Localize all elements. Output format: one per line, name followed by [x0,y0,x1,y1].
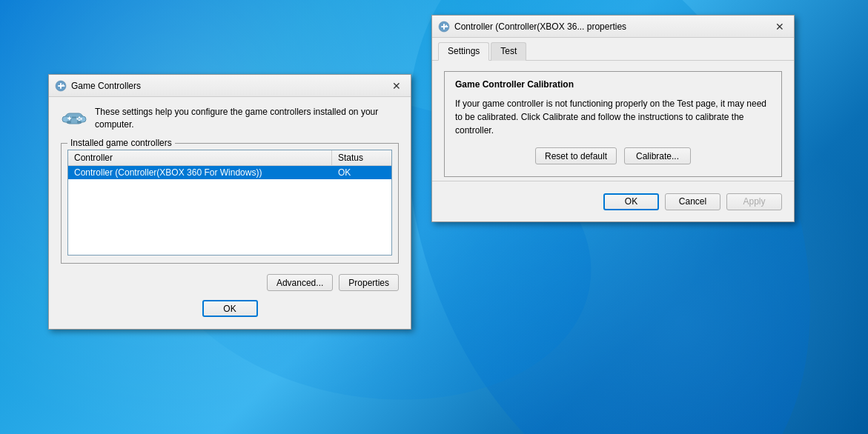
game-controllers-footer-buttons: OK [61,300,399,317]
reset-to-default-button[interactable]: Reset to default [535,147,617,164]
calibration-title: Game Controller Calibration [455,79,771,90]
settings-tab[interactable]: Settings [438,42,489,61]
svg-point-11 [80,118,82,119]
game-controllers-body: These settings help you configure the ga… [49,97,411,329]
properties-footer: OK Cancel Apply [432,181,794,221]
properties-dialog: Controller (Controller(XBOX 36... proper… [431,15,795,222]
svg-point-16 [67,121,71,124]
svg-point-22 [447,26,448,27]
properties-title-text: Controller (Controller(XBOX 36... proper… [454,21,772,32]
properties-button[interactable]: Properties [339,274,399,291]
svg-point-4 [64,85,65,87]
svg-rect-15 [74,117,76,118]
game-controllers-close-button[interactable]: ✕ [388,79,405,93]
svg-point-13 [76,118,78,119]
game-controllers-description-text: These settings help you configure the ga… [95,106,399,131]
game-controllers-title-text: Game Controllers [71,81,388,91]
controllers-list-container: Controller Status Controller (Controller… [67,150,392,256]
svg-rect-14 [72,117,74,118]
status-column-header: Status [332,150,391,165]
game-controllers-description-area: These settings help you configure the ga… [61,106,399,133]
svg-rect-2 [60,83,62,89]
list-header: Controller Status [68,150,391,166]
installed-controllers-label: Installed game controllers [67,138,175,148]
controllers-list[interactable]: Controller Status Controller (Controller… [67,150,392,256]
svg-point-17 [77,121,82,124]
properties-ok-button[interactable]: OK [603,193,659,210]
calibration-description: If your game controller is not functioni… [455,97,771,137]
properties-apply-button[interactable]: Apply [726,193,782,210]
calibrate-button[interactable]: Calibrate... [624,147,691,164]
controller-icon [61,106,87,133]
game-controllers-title-bar[interactable]: Game Controllers ✕ [49,75,411,97]
properties-close-button[interactable]: ✕ [772,19,788,34]
properties-tab-bar: Settings Test [432,38,794,61]
game-controllers-dialog: Game Controllers ✕ [48,74,411,330]
test-tab[interactable]: Test [491,42,526,61]
calibration-group: Game Controller Calibration If your game… [444,71,782,177]
list-body[interactable]: Controller (Controller(XBOX 360 For Wind… [68,166,391,255]
svg-rect-9 [69,116,70,120]
installed-controllers-group: Installed game controllers Controller St… [61,143,399,264]
game-controllers-ok-button[interactable]: OK [202,300,258,317]
properties-dialog-icon [438,21,450,33]
properties-title-bar[interactable]: Controller (Controller(XBOX 36... proper… [432,16,794,38]
svg-point-10 [79,116,80,118]
controller-column-header: Controller [68,150,332,165]
controller-name-cell: Controller (Controller(XBOX 360 For Wind… [68,166,332,179]
properties-cancel-button[interactable]: Cancel [665,193,720,210]
controller-status-cell: OK [332,166,391,179]
calibration-buttons: Reset to default Calibrate... [455,147,771,164]
close-icon: ✕ [392,80,401,92]
svg-point-21 [445,24,447,26]
advanced-button[interactable]: Advanced... [267,274,333,291]
close-icon: ✕ [775,21,784,33]
table-row[interactable]: Controller (Controller(XBOX 360 For Wind… [68,166,391,179]
svg-rect-20 [443,24,445,30]
svg-point-3 [62,84,64,85]
controller-action-buttons: Advanced... Properties [61,274,399,291]
game-controllers-dialog-icon [55,80,67,92]
